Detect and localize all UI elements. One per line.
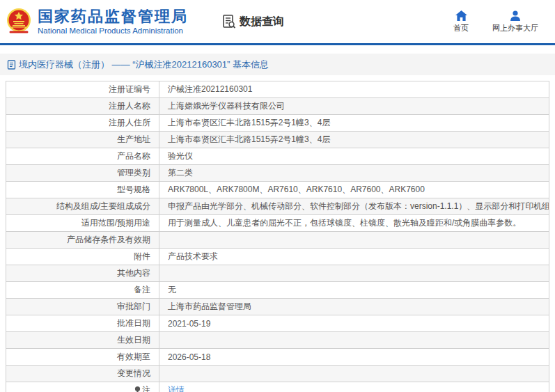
row-value [159, 232, 549, 249]
row-value: 验光仪 [159, 148, 549, 165]
page-title: 境内医疗器械（注册） —— “沪械注准20212160301” 基本信息 [19, 58, 269, 71]
national-emblem-logo [6, 7, 32, 36]
table-row: 管理类别 第二类 [6, 165, 549, 182]
table-row: 适用范围/预期用途 用于测量成人、儿童患者的屈光不正，包括球镜度、柱镜度、散光轴… [6, 215, 549, 232]
row-value: 2026-05-18 [159, 349, 549, 366]
row-value: ARK7800L、ARK7800M、AR7610、ARK7610、AR7600、… [159, 182, 549, 198]
table-row: 审批部门 上海市药品监督管理局 [6, 299, 549, 315]
table-row: 注册证编号 沪械注准20212160301 [6, 81, 549, 98]
org-name-cn: 国家药品监督管理局 [38, 8, 188, 26]
details-link[interactable]: 详情 [168, 385, 185, 392]
row-value: 详情 [159, 382, 549, 392]
row-label: 其他内容 [6, 265, 159, 282]
row-label: 注册人名称 [6, 98, 159, 115]
table-row: 生产地址 上海市奉贤区汇丰北路1515弄2号1幢3、4层 [6, 132, 549, 148]
row-label: 生效日期 [6, 332, 159, 349]
table-row: 有效期至 2026-05-18 [6, 349, 549, 366]
row-label: 批准日期 [6, 315, 159, 332]
site-header: 国家药品监督管理局 National Medical Products Admi… [0, 0, 555, 43]
row-value: 第二类 [159, 165, 549, 182]
row-label: 适用范围/预期用途 [6, 215, 159, 232]
registration-info-table: 注册证编号 沪械注准20212160301 注册人名称 上海嫦娥光学仪器科技有限… [6, 81, 549, 392]
row-label: 管理类别 [6, 165, 159, 182]
table-row: 附件 产品技术要求 [6, 249, 549, 265]
row-value: 申报产品由光学部分、机械传动部分、软件控制部分（发布版本：version-1.1… [159, 198, 549, 215]
row-label: 结构及组成/主要组成成分 [6, 198, 159, 215]
row-value: 沪械注准20212160301 [159, 81, 549, 98]
note-label: 注 [142, 385, 150, 392]
row-label: 生产地址 [6, 132, 159, 148]
person-icon [510, 10, 521, 21]
nav-home-label: 首页 [453, 23, 469, 33]
row-label: 有效期至 [6, 349, 159, 366]
table-row: 变更情况 [6, 366, 549, 382]
table-row: 批准日期 2021-05-19 [6, 315, 549, 332]
row-value: 产品技术要求 [159, 249, 549, 265]
table-row: 型号规格 ARK7800L、ARK7800M、AR7610、ARK7610、AR… [6, 182, 549, 198]
breadcrumb: 境内医疗器械（注册） —— “沪械注准20212160301” 基本信息 [0, 54, 555, 75]
table-row: 产品储存条件及有效期 [6, 232, 549, 249]
table-row: 生效日期 [6, 332, 549, 349]
nav-data-query[interactable]: 数据查询 [221, 14, 284, 29]
org-name-en: National Medical Products Administration [38, 26, 188, 36]
table-row: 注 详情 [6, 382, 549, 392]
table-row: 注册人住所 上海市奉贤区汇丰北路1515弄2号1幢3、4层 [6, 115, 549, 132]
row-label: 产品储存条件及有效期 [6, 232, 159, 249]
row-label: 注册人住所 [6, 115, 159, 132]
table-row: 注册人名称 上海嫦娥光学仪器科技有限公司 [6, 98, 549, 115]
nav-home[interactable]: 首页 [453, 10, 469, 33]
row-value: 2021-05-19 [159, 315, 549, 332]
row-value: 上海市奉贤区汇丰北路1515弄2号1幢3、4层 [159, 115, 549, 132]
nav-online-hall-label: 网上办事大厅 [492, 23, 538, 33]
row-value: 无 [159, 282, 549, 299]
nav-online-hall[interactable]: 网上办事大厅 [492, 10, 538, 33]
table-row: 产品名称 验光仪 [6, 148, 549, 165]
row-value [159, 332, 549, 349]
document-icon [7, 60, 16, 70]
row-label: 注 [6, 382, 159, 392]
row-value: 上海市药品监督管理局 [159, 299, 549, 315]
row-label: 审批部门 [6, 299, 159, 315]
table-row: 备注 无 [6, 282, 549, 299]
table-row: 结构及组成/主要组成成分 申报产品由光学部分、机械传动部分、软件控制部分（发布版… [6, 198, 549, 215]
row-label: 注册证编号 [6, 81, 159, 98]
row-label: 附件 [6, 249, 159, 265]
row-label: 型号规格 [6, 182, 159, 198]
row-value: 用于测量成人、儿童患者的屈光不正，包括球镜度、柱镜度、散光轴及瞳距和/或角膜曲率… [159, 215, 549, 232]
row-label: 变更情况 [6, 366, 159, 382]
data-query-label: 数据查询 [240, 15, 284, 29]
row-value [159, 366, 549, 382]
note-icon [134, 386, 141, 392]
row-value: 上海嫦娥光学仪器科技有限公司 [159, 98, 549, 115]
row-label: 产品名称 [6, 148, 159, 165]
data-query-icon [221, 14, 237, 29]
home-icon [455, 10, 467, 21]
row-label: 备注 [6, 282, 159, 299]
row-value: 上海市奉贤区汇丰北路1515弄2号1幢3、4层 [159, 132, 549, 148]
table-row: 其他内容 [6, 265, 549, 282]
row-value [159, 265, 549, 282]
